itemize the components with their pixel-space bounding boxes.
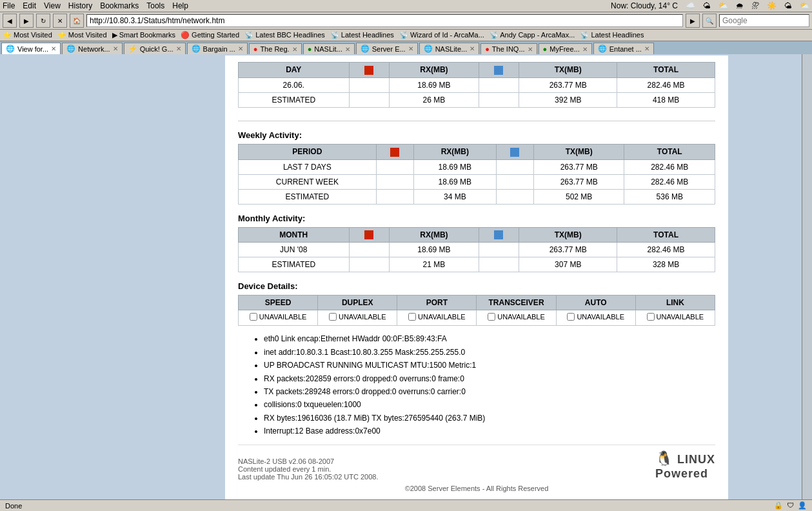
port-unavail-checkbox[interactable]	[408, 313, 416, 321]
duplex-unavail-checkbox[interactable]	[329, 313, 337, 321]
weather-icon-8: ⛅	[800, 1, 809, 10]
scrollbar[interactable]	[802, 54, 812, 511]
tab-1[interactable]: 🌐 Network... ✕	[62, 43, 123, 54]
page-content: DAY RX(MB) TX(MB) TOTAL 26.06. 18.69	[225, 55, 728, 510]
tab-close-5[interactable]: ✕	[345, 46, 350, 53]
back-button[interactable]: ◀	[3, 14, 17, 28]
linux-badge-text: 🐧 LINUXPowered	[655, 450, 715, 481]
rx-color-icon-m	[364, 230, 373, 239]
tab-close-8[interactable]: ✕	[528, 46, 533, 53]
go-button[interactable]: ▶	[686, 14, 700, 28]
tab-label-7: NASLite...	[435, 45, 468, 53]
list-item: RX packets:202859 errors:0 dropped:0 ove…	[264, 372, 715, 385]
bookmarks-most-visited-2[interactable]: ⭐ Most Visited	[57, 31, 107, 39]
daily-col-rx: RX(MB)	[390, 63, 479, 78]
tab-2[interactable]: ⚡ Quick! G... ✕	[124, 43, 186, 54]
bookmarks-getting-started[interactable]: 🔴 Getting Started	[181, 31, 239, 39]
tab-label-10: Entanet ...	[609, 45, 642, 53]
menu-help[interactable]: Help	[172, 1, 188, 10]
tab-close-7[interactable]: ✕	[470, 45, 475, 52]
daily-row1-total: 282.46 MB	[617, 77, 715, 92]
tab-10[interactable]: 🌐 Entanet ... ✕	[593, 43, 654, 54]
menu-file[interactable]: File	[3, 1, 15, 10]
list-item: RX bytes:19616036 (18.7 MiB) TX bytes:27…	[264, 412, 715, 425]
bookmarks-andy-capp[interactable]: 📡 Andy Capp - ArcaMax...	[490, 31, 575, 39]
monthly-row1-total: 282.46 MB	[617, 243, 715, 257]
weekly-col-period: PERIOD	[239, 144, 377, 159]
monthly-col-tx-icon	[479, 227, 519, 243]
tab-4[interactable]: ● The Reg. ✕	[249, 43, 302, 54]
tab-close-10[interactable]: ✕	[644, 45, 649, 52]
tab-close-2[interactable]: ✕	[176, 45, 181, 52]
weekly-table: PERIOD RX(MB) TX(MB) TOTAL LAST 7 DAYS 1…	[238, 144, 715, 205]
daily-row2-rx: 26 MB	[390, 92, 479, 107]
tab-label-9: MyFree...	[550, 45, 579, 53]
tab-6[interactable]: 🌐 Server E... ✕	[356, 43, 418, 54]
menu-view[interactable]: View	[44, 1, 61, 10]
reload-button[interactable]: ↻	[36, 14, 50, 28]
stop-button[interactable]: ✕	[53, 14, 67, 28]
tab-close-9[interactable]: ✕	[582, 46, 588, 53]
weekly-row3-rx: 34 MB	[413, 189, 496, 204]
tab-favicon-5: ●	[308, 45, 312, 53]
auto-unavail-checkbox[interactable]	[567, 313, 575, 321]
table-row: CURRENT WEEK 18.69 MB 263.77 MB 282.46 M…	[239, 174, 715, 189]
tab-close-6[interactable]: ✕	[408, 45, 413, 52]
status-text: Done	[5, 502, 22, 510]
tab-close-0[interactable]: ✕	[51, 45, 56, 52]
speed-unavail-checkbox[interactable]	[250, 313, 257, 321]
weekly-row3-tx: 502 MB	[533, 189, 624, 204]
search-input[interactable]	[719, 14, 809, 27]
device-table: SPEED DUPLEX PORT TRANSCEIVER AUTO LINK	[238, 295, 715, 326]
monthly-row2-rx: 21 MB	[390, 257, 479, 272]
tab-favicon-7: 🌐	[424, 45, 433, 53]
tab-7[interactable]: 🌐 NASLite... ✕	[419, 43, 480, 54]
address-bar[interactable]	[86, 14, 683, 27]
bookmarks-bbc[interactable]: 📡 Latest BBC Headlines	[244, 31, 325, 39]
tab-label-4: The Reg.	[260, 45, 289, 53]
menu-edit[interactable]: Edit	[23, 1, 36, 10]
daily-col-total: TOTAL	[617, 63, 715, 78]
tab-close-1[interactable]: ✕	[113, 45, 118, 52]
bookmarks-headlines-1[interactable]: 📡 Latest Headlines	[330, 31, 394, 39]
monthly-activity-title: Monthly Activity:	[238, 214, 715, 223]
user-icon: 👤	[798, 501, 807, 510]
rx-color-icon-w	[390, 148, 399, 157]
daily-row2-total: 418 MB	[617, 92, 715, 107]
transceiver-unavail-checkbox[interactable]	[488, 313, 495, 321]
tab-label-6: Server E...	[372, 45, 406, 53]
tab-8[interactable]: ● The INQ... ✕	[480, 43, 537, 54]
tab-9[interactable]: ● MyFree... ✕	[539, 43, 592, 54]
bookmarks-most-visited-1[interactable]: ⭐ Most Visited	[3, 31, 52, 39]
bookmarks-smart[interactable]: ▶ Smart Bookmarks	[112, 31, 175, 39]
home-button[interactable]: 🏠	[70, 14, 84, 28]
forward-button[interactable]: ▶	[19, 14, 34, 28]
menu-history[interactable]: History	[68, 1, 92, 10]
weekly-col-tx: TX(MB)	[533, 144, 624, 159]
tab-close-3[interactable]: ✕	[238, 45, 243, 52]
footer-left: NASLite-2 USB v2.06 08-2007 Content upda…	[238, 457, 379, 481]
menu-bookmarks[interactable]: Bookmarks	[100, 1, 139, 10]
device-info-list: eth0 Link encap:Ethernet HWaddr 00:0F:B5…	[251, 332, 715, 437]
tab-favicon-6: 🌐	[361, 45, 370, 53]
tab-5[interactable]: ● NASLit... ✕	[303, 43, 355, 54]
weather-icon-3: ⛅	[718, 1, 728, 10]
link-unavail-checkbox[interactable]	[647, 313, 655, 321]
tab-0[interactable]: 🌐 View for... ✕	[1, 43, 61, 54]
tab-3[interactable]: 🌐 Bargain ... ✕	[187, 43, 248, 54]
menu-tools[interactable]: Tools	[146, 1, 164, 10]
tab-label-1: Network...	[78, 45, 110, 53]
weekly-col-rx-icon	[376, 144, 413, 159]
lock-icon: 🔒	[774, 501, 783, 510]
bookmarks-headlines-2[interactable]: 📡 Latest Headlines	[580, 31, 644, 39]
weather-icon-6: ☀️	[767, 1, 777, 10]
bookmarks-wizard[interactable]: 📡 Wizard of Id - ArcaMa...	[399, 31, 484, 39]
weekly-row2-rx: 18.69 MB	[413, 174, 496, 189]
tabs-bar: 🌐 View for... ✕ 🌐 Network... ✕ ⚡ Quick! …	[0, 41, 812, 54]
rx-color-icon	[364, 66, 373, 75]
tab-close-4[interactable]: ✕	[292, 46, 297, 53]
table-row: 26.06. 18.69 MB 263.77 MB 282.46 MB	[239, 77, 715, 92]
tab-favicon-9: ●	[543, 45, 548, 53]
device-col-auto: AUTO	[556, 296, 635, 310]
device-speed-val: UNAVAILABLE	[239, 310, 318, 326]
